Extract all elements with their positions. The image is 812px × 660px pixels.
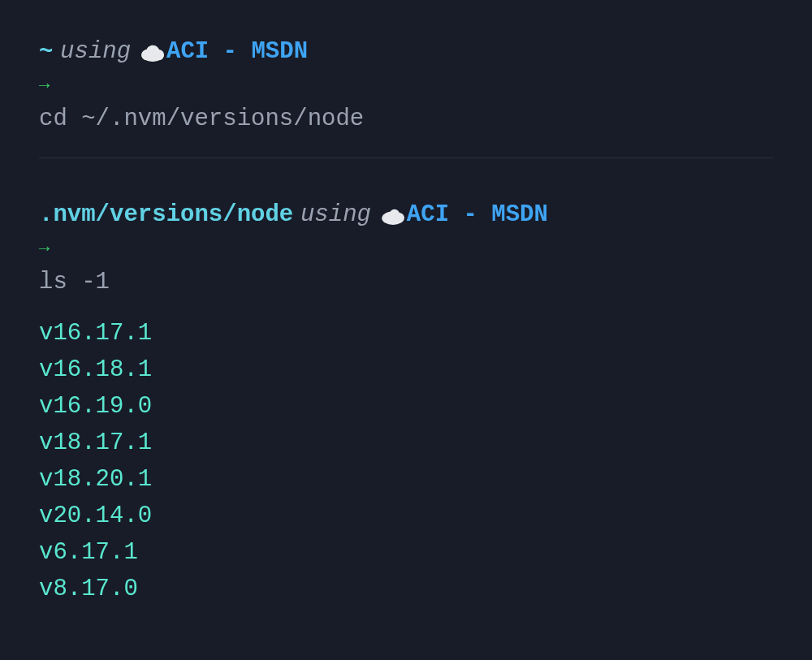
prompt-path: ~ xyxy=(39,34,53,71)
terminal-window[interactable]: ~ using ACI - MSDN → cd ~/.nvm/versions/… xyxy=(0,0,812,623)
svg-point-6 xyxy=(384,213,393,222)
cloud-icon xyxy=(381,199,405,235)
using-word: using xyxy=(300,197,371,234)
command-text: ls -1 xyxy=(39,265,773,301)
prompt-path: .nvm/versions/node xyxy=(39,197,293,234)
output-line: v8.17.0 xyxy=(39,572,773,608)
output-line: v16.18.1 xyxy=(39,352,773,389)
command-text: cd ~/.nvm/versions/node xyxy=(39,101,773,138)
output-line: v18.17.1 xyxy=(39,425,773,462)
prompt-arrow-icon: → xyxy=(39,235,773,263)
context-label: ACI - MSDN xyxy=(407,197,548,234)
command-block-2: .nvm/versions/node using ACI - MSDN → ls… xyxy=(39,158,773,607)
svg-point-2 xyxy=(144,50,153,58)
svg-point-7 xyxy=(395,214,404,222)
svg-point-3 xyxy=(155,50,164,59)
prompt-line: .nvm/versions/node using ACI - MSDN xyxy=(39,197,773,234)
output-line: v16.17.1 xyxy=(39,316,773,352)
output-line: v6.17.1 xyxy=(39,535,773,572)
using-word: using xyxy=(60,34,131,71)
command-block-1: ~ using ACI - MSDN → cd ~/.nvm/versions/… xyxy=(39,34,773,138)
output-line: v20.14.0 xyxy=(39,498,773,535)
output-line: v16.19.0 xyxy=(39,389,773,425)
prompt-line: ~ using ACI - MSDN xyxy=(39,34,773,71)
context-label: ACI - MSDN xyxy=(166,34,308,71)
output-line: v18.20.1 xyxy=(39,462,773,498)
prompt-arrow-icon: → xyxy=(39,72,773,100)
command-output: v16.17.1v16.18.1v16.19.0v18.17.1v18.20.1… xyxy=(39,316,773,608)
cloud-icon xyxy=(140,36,165,72)
